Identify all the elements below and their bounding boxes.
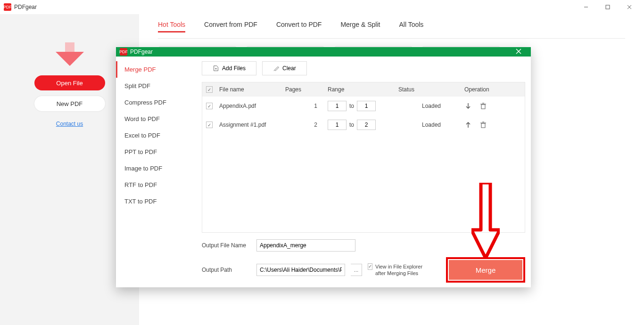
maximize-button[interactable] bbox=[597, 0, 619, 14]
col-range: Range bbox=[328, 86, 398, 93]
maximize-icon bbox=[605, 5, 610, 9]
close-icon bbox=[627, 5, 632, 9]
contact-link[interactable]: Contact us bbox=[56, 121, 83, 127]
range-from-input[interactable] bbox=[328, 120, 347, 130]
main-titlebar: PDF PDFgear bbox=[0, 0, 644, 14]
minimize-icon bbox=[584, 5, 588, 9]
dialog-footer: Output File Name Output Path … ✓ View in… bbox=[202, 239, 525, 283]
add-files-button[interactable]: Add Files bbox=[202, 61, 256, 75]
dropzone-icon bbox=[56, 42, 84, 71]
tabs: Hot Tools Convert from PDF Convert to PD… bbox=[158, 21, 625, 39]
dialog-toolbar: Add Files Clear bbox=[202, 61, 525, 75]
sidebar-item-word[interactable]: Word to PDF bbox=[116, 111, 196, 127]
view-after-merge-option[interactable]: ✓ View in File Explorer after Merging Fi… bbox=[368, 263, 434, 276]
close-button[interactable] bbox=[619, 0, 640, 14]
range-from-input[interactable] bbox=[328, 101, 347, 111]
output-name-label: Output File Name bbox=[202, 242, 251, 249]
new-pdf-button[interactable]: New PDF bbox=[34, 96, 105, 111]
table-header: ✓ File name Pages Range Status Operation bbox=[202, 82, 525, 97]
dialog-main: Add Files Clear ✓ File name Pages Range … bbox=[196, 57, 531, 287]
col-operation: Operation bbox=[464, 86, 521, 93]
dialog-titlebar: PDF PDFgear bbox=[116, 47, 531, 57]
add-files-label: Add Files bbox=[222, 65, 246, 72]
range-to-label: to bbox=[349, 103, 354, 109]
pages-cell: 2 bbox=[285, 122, 328, 128]
browse-path-button[interactable]: … bbox=[351, 264, 362, 276]
sidebar-item-image[interactable]: Image to PDF bbox=[116, 160, 196, 177]
col-status: Status bbox=[398, 86, 464, 93]
status-cell: Loaded bbox=[398, 103, 464, 109]
tab-convert-to[interactable]: Convert to PDF bbox=[276, 21, 322, 32]
sidebar-item-compress[interactable]: Compress PDF bbox=[116, 94, 196, 111]
sidebar-item-merge[interactable]: Merge PDF bbox=[116, 61, 196, 78]
range-to-label: to bbox=[349, 122, 354, 128]
svg-rect-13 bbox=[481, 123, 485, 128]
tab-merge-split[interactable]: Merge & Split bbox=[340, 21, 380, 32]
view-checkbox[interactable]: ✓ bbox=[368, 263, 372, 270]
dialog-title: PDFgear bbox=[130, 49, 153, 55]
view-label: View in File Explorer after Merging File… bbox=[375, 263, 434, 276]
operation-cell bbox=[464, 121, 521, 129]
operation-cell bbox=[464, 102, 521, 110]
file-name-cell: Assignment #1.pdf bbox=[219, 122, 285, 128]
move-down-icon[interactable] bbox=[464, 102, 472, 110]
clear-icon bbox=[273, 65, 280, 72]
pages-cell: 1 bbox=[285, 103, 328, 109]
row-checkbox[interactable]: ✓ bbox=[206, 103, 213, 109]
app-logo-icon: PDF bbox=[4, 3, 11, 11]
tab-all-tools[interactable]: All Tools bbox=[399, 21, 423, 32]
file-table: ✓ File name Pages Range Status Operation… bbox=[202, 82, 525, 233]
move-up-icon[interactable] bbox=[464, 121, 472, 129]
select-all-checkbox[interactable]: ✓ bbox=[206, 86, 213, 93]
dialog-logo-icon: PDF bbox=[120, 48, 127, 56]
delete-icon[interactable] bbox=[479, 102, 487, 110]
table-row[interactable]: ✓ Assignment #1.pdf 2 to Loaded bbox=[202, 115, 525, 134]
merge-dialog: PDF PDFgear Merge PDF Split PDF Compress… bbox=[116, 47, 531, 287]
sidebar-item-txt[interactable]: TXT to PDF bbox=[116, 193, 196, 210]
sidebar-item-rtf[interactable]: RTF to PDF bbox=[116, 177, 196, 193]
open-file-button[interactable]: Open File bbox=[34, 75, 105, 90]
table-row[interactable]: ✓ AppendixA.pdf 1 to Loaded bbox=[202, 97, 525, 115]
tab-hot-tools[interactable]: Hot Tools bbox=[158, 21, 185, 32]
svg-rect-9 bbox=[481, 105, 485, 109]
row-checkbox[interactable]: ✓ bbox=[206, 122, 213, 128]
delete-icon[interactable] bbox=[479, 121, 487, 129]
output-path-label: Output Path bbox=[202, 267, 251, 273]
svg-rect-1 bbox=[606, 5, 610, 9]
status-cell: Loaded bbox=[398, 122, 464, 128]
add-file-icon bbox=[213, 65, 219, 72]
sidebar-item-split[interactable]: Split PDF bbox=[116, 78, 196, 94]
merge-highlight: Merge bbox=[446, 257, 525, 283]
clear-label: Clear bbox=[282, 65, 296, 72]
dialog-close-button[interactable] bbox=[510, 49, 527, 56]
merge-button[interactable]: Merge bbox=[449, 260, 522, 280]
dialog-sidebar: Merge PDF Split PDF Compress PDF Word to… bbox=[116, 57, 196, 287]
sidebar-item-ppt[interactable]: PPT to PDF bbox=[116, 144, 196, 160]
col-filename: File name bbox=[219, 86, 285, 93]
output-name-input[interactable] bbox=[256, 239, 355, 252]
close-icon bbox=[516, 49, 521, 54]
file-name-cell: AppendixA.pdf bbox=[219, 103, 285, 109]
range-to-input[interactable] bbox=[357, 120, 376, 130]
tab-convert-from[interactable]: Convert from PDF bbox=[204, 21, 257, 32]
minimize-button[interactable] bbox=[575, 0, 597, 14]
range-cell: to bbox=[328, 120, 398, 130]
app-title: PDFgear bbox=[14, 4, 37, 10]
col-pages: Pages bbox=[285, 86, 328, 93]
range-cell: to bbox=[328, 101, 398, 111]
sidebar-item-excel[interactable]: Excel to PDF bbox=[116, 127, 196, 144]
range-to-input[interactable] bbox=[357, 101, 376, 111]
output-path-input[interactable] bbox=[256, 264, 345, 276]
clear-button[interactable]: Clear bbox=[262, 61, 307, 75]
